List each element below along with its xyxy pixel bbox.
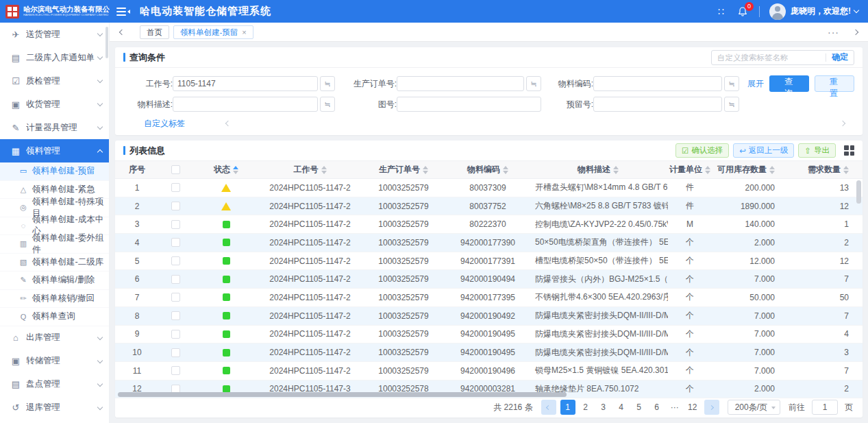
pagination-prev-icon[interactable]: [541, 400, 556, 415]
sidebar-item-label: 出库管理: [26, 332, 98, 343]
pagination-page-1[interactable]: 1: [560, 400, 575, 415]
pagination-page-5[interactable]: 5: [632, 400, 647, 415]
row-checkbox[interactable]: [171, 293, 180, 302]
tag-confirm-button[interactable]: 确定: [832, 51, 848, 63]
row-checkbox[interactable]: [171, 275, 180, 284]
custom-tag-link[interactable]: 自定义标签: [144, 118, 185, 130]
reset-button[interactable]: 重 置: [815, 75, 854, 92]
filter-icon[interactable]: ≒: [320, 97, 335, 112]
field-input-预留号[interactable]: [593, 97, 722, 112]
sidebar-item-出库管理[interactable]: ⌂出库管理: [0, 326, 109, 350]
sidebar-item-计量器具管理[interactable]: ✎计量器具管理: [0, 116, 109, 139]
back-up-level-button[interactable]: ↩返回上一级: [733, 143, 794, 158]
sidebar-subitem-领料单创建-预留[interactable]: ▭领料单创建-预留: [0, 162, 109, 181]
column-header-order-no[interactable]: 生产订单号: [360, 161, 447, 178]
field-input-图号[interactable]: [397, 97, 541, 112]
sidebar-subitem-领料单创建-委外组件[interactable]: ▥领料单创建-委外组件: [0, 235, 109, 254]
field-input-生产订单号[interactable]: [397, 76, 524, 91]
pagination-page-3[interactable]: 3: [596, 400, 611, 415]
row-checkbox[interactable]: [171, 220, 180, 229]
column-header-material-code[interactable]: 物料编码: [447, 161, 528, 178]
tabs-more-icon[interactable]: ···: [828, 27, 839, 38]
column-header-work-no[interactable]: 工作号: [260, 161, 360, 178]
row-checkbox[interactable]: [171, 238, 180, 247]
column-header-demand[interactable]: 需求数量: [786, 161, 863, 178]
row-checkbox[interactable]: [171, 183, 180, 192]
row-checkbox[interactable]: [171, 202, 180, 210]
sidebar-item-转储管理[interactable]: ▣转储管理: [0, 350, 109, 373]
tags-scroll-right-icon[interactable]: [840, 121, 845, 126]
column-header-description[interactable]: 物料描述: [528, 161, 668, 178]
sidebar-subitem-领料单查询[interactable]: Q领料单查询: [0, 308, 109, 326]
row-checkbox[interactable]: [171, 330, 180, 339]
column-settings-icon[interactable]: [844, 145, 854, 156]
confirm-select-button[interactable]: ☑确认选择: [675, 143, 729, 158]
sidebar-subitem-领料单核销/撤回[interactable]: ✏领料单核销/撤回: [0, 290, 109, 309]
tabs-scroll-left-icon[interactable]: [115, 30, 129, 34]
export-button[interactable]: ⇧导出: [798, 143, 836, 158]
row-checkbox[interactable]: [171, 348, 180, 357]
table-vertical-scrollbar[interactable]: [856, 180, 861, 204]
pagination-ellipsis[interactable]: ···: [667, 400, 682, 415]
filter-icon[interactable]: ≒: [724, 76, 739, 91]
row-checkbox[interactable]: [171, 311, 180, 320]
tab-首页[interactable]: 首页: [140, 25, 169, 39]
pagination-page-2[interactable]: 2: [578, 400, 593, 415]
cell-unit: 个: [668, 307, 712, 325]
sidebar-item-退库管理[interactable]: ↺退库管理: [0, 396, 109, 420]
tab-close-icon[interactable]: ×: [242, 26, 246, 38]
filter-icon[interactable]: ≒: [320, 76, 335, 91]
expand-link[interactable]: 展开: [747, 78, 764, 90]
select-all-checkbox[interactable]: [171, 165, 180, 174]
measuring-tools-icon: ✎: [10, 123, 22, 133]
sidebar-item-收货管理[interactable]: ▣收货管理: [0, 93, 109, 116]
sidebar-collapse-icon[interactable]: [116, 6, 130, 17]
cell-work-no: 2024HPC1105-1147-2: [260, 252, 360, 270]
avatar[interactable]: [769, 3, 786, 20]
sidebar-subitem-领料单创建-二级库[interactable]: ▧领料单创建-二级库: [0, 254, 109, 272]
tags-scroll-left-icon[interactable]: [225, 121, 231, 126]
filter-icon[interactable]: ≒: [724, 97, 739, 112]
field-input-物料编码[interactable]: [593, 76, 722, 91]
sidebar-item-盘点管理[interactable]: ▤盘点管理: [0, 373, 109, 396]
sidebar-item-领料管理[interactable]: ▦领料管理: [0, 139, 109, 162]
fullscreen-icon[interactable]: ∷: [718, 6, 725, 17]
sidebar-subitem-领料单编辑/删除[interactable]: ✎领料单编辑/删除: [0, 271, 109, 290]
field-input-物料描述[interactable]: [173, 97, 318, 112]
pagination-page-12[interactable]: 12: [685, 400, 700, 415]
cell-demand: 12: [786, 197, 863, 215]
cell-material-code: 942000177391: [447, 252, 528, 270]
page-size-select[interactable]: 200条/页: [728, 400, 780, 415]
cell-demand: 13: [786, 179, 863, 197]
row-checkbox[interactable]: [171, 366, 180, 375]
search-button[interactable]: 查 询: [769, 75, 809, 92]
cell-material-code: 942000177395: [447, 289, 528, 306]
column-header-status[interactable]: 状态: [192, 161, 260, 178]
cell-order-no: 10003252579: [360, 197, 447, 215]
pagination-next-icon[interactable]: [704, 400, 719, 415]
custom-tag-name-input[interactable]: [717, 53, 820, 62]
sidebar-subitem-label: 领料单创建-预留: [32, 165, 95, 177]
goto-page-input[interactable]: [812, 400, 838, 415]
notification-bell-icon[interactable]: 0: [737, 6, 748, 17]
tab-领料单创建-预留[interactable]: 领料单创建-预留×: [173, 25, 253, 39]
cell-demand: 3: [786, 343, 863, 361]
pagination-page-4[interactable]: 4: [614, 400, 629, 415]
sidebar-item-送货管理[interactable]: ✈送货管理: [0, 23, 109, 46]
sidebar-scrollbar[interactable]: [106, 27, 108, 58]
sidebar-item-二级库入库通知单[interactable]: ▤二级库入库通知单: [0, 46, 109, 69]
field-input-工作号[interactable]: [173, 76, 318, 91]
sidebar-item-质检管理[interactable]: ☑质检管理: [0, 69, 109, 93]
column-header-unit[interactable]: 计量单位: [668, 161, 712, 178]
cell-order-no: 10003252579: [360, 252, 447, 270]
user-menu-chevron-down-icon[interactable]: [854, 8, 859, 13]
row-checkbox[interactable]: [171, 256, 180, 265]
filter-icon[interactable]: ≒: [526, 76, 541, 91]
tabs-scroll-right-icon[interactable]: [849, 30, 863, 34]
cell-work-no: 2024HPC1105-1147-2: [260, 270, 360, 288]
cell-unit: 个: [668, 343, 712, 361]
pagination-page-6[interactable]: 6: [649, 400, 665, 415]
table-horizontal-scrollbar[interactable]: [118, 392, 567, 397]
column-header-stock[interactable]: 可用库存数量: [712, 161, 786, 178]
user-greeting[interactable]: 庞晓明，欢迎您!: [791, 5, 851, 17]
